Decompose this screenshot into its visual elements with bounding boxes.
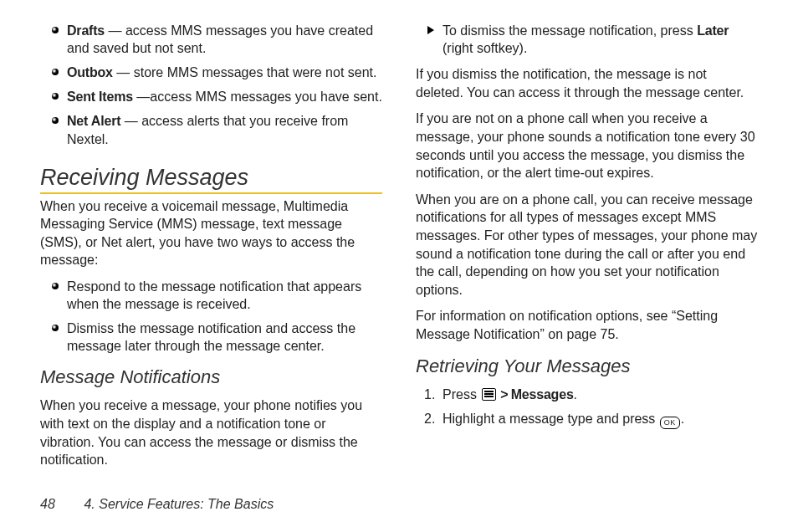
on-call-paragraph: When you are on a phone call, you can re…	[416, 191, 758, 299]
footer-chapter: 4. Service Features: The Basics	[84, 497, 274, 511]
access-options-list: Respond to the message notification that…	[40, 278, 382, 355]
section-heading-receiving: Receiving Messages	[40, 165, 382, 194]
later-softkey-label: Later	[697, 23, 729, 38]
list-item: Press >Messages.	[431, 386, 758, 403]
ok-key-icon: OK	[660, 417, 680, 429]
page-content: Drafts — access MMS messages you have cr…	[0, 0, 798, 475]
folder-label: Sent Items	[67, 90, 133, 104]
step-prefix: Highlight a message type and press	[442, 412, 659, 426]
step-suffix: .	[681, 412, 684, 426]
subsection-heading-retrieving: Retrieving Your Messages	[416, 356, 758, 377]
step-prefix: Press	[442, 387, 480, 402]
page-number: 48	[40, 497, 80, 512]
subsection-heading-notifications: Message Notifications	[40, 366, 382, 388]
folder-desc: — store MMS messages that were not sent.	[113, 65, 377, 79]
intro-paragraph: When you receive a voicemail message, Mu…	[40, 197, 382, 269]
list-item: Outbox — store MMS messages that were no…	[55, 64, 382, 81]
dismiss-prefix: To dismiss the message notification, pre…	[442, 23, 697, 38]
list-item: Highlight a message type and press OK.	[431, 410, 758, 429]
folder-desc: —access MMS messages you have sent.	[133, 90, 382, 104]
folder-label: Drafts	[67, 23, 105, 38]
steps-list: Press >Messages. Highlight a message typ…	[416, 386, 758, 429]
list-item: To dismiss the message notification, pre…	[431, 22, 758, 57]
step-suffix: .	[574, 387, 577, 402]
list-item: Sent Items —access MMS messages you have…	[55, 88, 382, 105]
menu-key-icon	[482, 388, 496, 401]
folder-list: Drafts — access MMS messages you have cr…	[40, 22, 382, 148]
dismiss-suffix: (right softkey).	[442, 41, 527, 55]
list-item: Respond to the message notification that…	[55, 278, 382, 313]
list-item: Dismiss the message notification and acc…	[55, 320, 382, 355]
chevron-right-icon: >	[500, 387, 508, 402]
notifications-paragraph: When you receive a message, your phone n…	[40, 396, 382, 468]
dismiss-list: To dismiss the message notification, pre…	[416, 22, 758, 57]
messages-menu-label: Messages	[511, 387, 574, 402]
info-paragraph: For information on notification options,…	[416, 307, 758, 343]
folder-label: Net Alert	[67, 114, 120, 128]
not-on-call-paragraph: If you are not on a phone call when you …	[416, 110, 758, 182]
after-dismiss-paragraph: If you dismiss the notification, the mes…	[416, 65, 758, 101]
folder-desc: — access MMS messages you have created a…	[67, 23, 373, 55]
list-item: Drafts — access MMS messages you have cr…	[55, 22, 382, 57]
list-item: Net Alert — access alerts that you recei…	[55, 112, 382, 147]
folder-label: Outbox	[67, 65, 113, 79]
page-footer: 48 4. Service Features: The Basics	[40, 497, 274, 512]
